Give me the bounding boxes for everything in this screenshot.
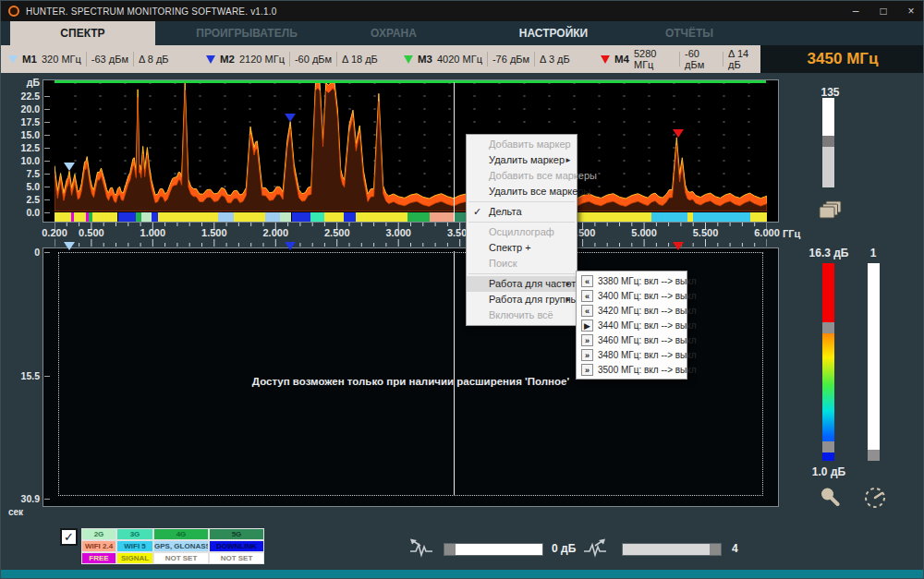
band-segment bbox=[324, 212, 344, 222]
tab-settings[interactable]: НАСТРОЙКИ bbox=[512, 21, 595, 45]
bottom-strip bbox=[1, 570, 924, 579]
legend-cell: SIGNAL bbox=[116, 552, 153, 564]
palette-scale-slider[interactable] bbox=[822, 263, 834, 461]
palette-min-handle[interactable] bbox=[822, 441, 834, 452]
legend-checkbox[interactable]: ✓ bbox=[60, 528, 78, 546]
spectrum-marker-m2[interactable] bbox=[285, 114, 296, 122]
tab-guard[interactable]: ОХРАНА bbox=[356, 21, 432, 45]
menu-item-7: Осциллограф bbox=[467, 224, 577, 240]
legend-cell: DOWNLINK bbox=[209, 540, 264, 552]
band-segment bbox=[234, 212, 265, 222]
frequency-tick-label: 6.000 bbox=[747, 227, 787, 238]
tab-reports[interactable]: ОТЧЁТЫ bbox=[655, 21, 723, 45]
frequency-tick-label: 0.500 bbox=[71, 227, 112, 238]
marker-level: -76 дБм bbox=[492, 54, 529, 65]
legend-table: 2G3G4G5GWIFI 2.4WIFI 5GPS, GLONASSDOWNLI… bbox=[81, 528, 264, 564]
spectrum-y-tick-label: 2.5 bbox=[10, 194, 40, 205]
tab-player[interactable]: ПРОИГРЫВАТЕЛЬ bbox=[182, 21, 311, 45]
gauge-icon[interactable] bbox=[861, 485, 889, 509]
frequency-readout: 3450 МГц bbox=[760, 45, 924, 73]
app-window: HUNTER. SPECTRUM MONITORING SOFTWARE. v1… bbox=[0, 0, 924, 579]
play-icon: ▶ bbox=[581, 320, 593, 332]
marker-readout-m2: M22120 МГц-60 дБмΔ 18 дБ bbox=[206, 45, 378, 73]
band-segment bbox=[430, 212, 455, 222]
maximize-button[interactable]: □ bbox=[869, 1, 897, 21]
spectrum-trace bbox=[55, 82, 767, 211]
frequency-cursor-spectrum[interactable] bbox=[454, 82, 455, 222]
limit-line bbox=[55, 80, 766, 83]
frequency-submenu: «3380 МГц: вкл --> выкл«3400 МГц: вкл --… bbox=[576, 271, 687, 380]
marker-id: M4 bbox=[614, 54, 629, 65]
band-segment bbox=[280, 212, 292, 222]
attenuation-slider[interactable] bbox=[444, 543, 543, 556]
submenu-item-0[interactable]: «3380 МГц: вкл --> выкл bbox=[577, 273, 687, 288]
marker-readout-m4: M45280 МГц-60 дБмΔ 14 дБ bbox=[601, 45, 760, 73]
menu-item-label: Добавить все маркеры bbox=[489, 170, 597, 181]
submenu-item-5[interactable]: »3480 МГц: вкл --> выкл bbox=[577, 347, 687, 362]
spectrum-marker-m4[interactable] bbox=[673, 129, 684, 138]
menu-item-label: Поиск bbox=[489, 258, 517, 269]
points-slider[interactable] bbox=[822, 98, 834, 187]
spectrum-y-tick-label: 5.0 bbox=[10, 181, 40, 192]
traces-slider[interactable] bbox=[868, 263, 880, 461]
band-segment bbox=[356, 212, 408, 222]
smoothing-slider[interactable] bbox=[622, 543, 722, 556]
waterfall-marker-m4[interactable] bbox=[673, 242, 684, 250]
palette-max-handle[interactable] bbox=[822, 322, 834, 333]
smoothing-slider-handle[interactable] bbox=[710, 544, 721, 555]
frequency-tick-label: 1.000 bbox=[132, 227, 173, 238]
menu-item-5[interactable]: ✓Дельта bbox=[467, 204, 577, 220]
marker-frequency: 5280 МГц bbox=[634, 48, 675, 70]
frequency-cursor-waterfall[interactable] bbox=[454, 251, 455, 495]
attenuation-slider-handle[interactable] bbox=[444, 544, 456, 555]
traces-slider-handle[interactable] bbox=[868, 450, 880, 461]
band-segment bbox=[651, 212, 687, 222]
menu-item-label: Удалить все маркеры bbox=[489, 186, 590, 197]
submenu-item-6[interactable]: »3500 МГц: вкл --> выкл bbox=[577, 362, 687, 377]
spectrum-y-tick-label: 0.0 bbox=[10, 207, 40, 218]
submenu-item-1[interactable]: «3400 МГц: вкл --> выкл bbox=[577, 288, 687, 303]
submenu-item-2[interactable]: «3420 МГц: вкл --> выкл bbox=[577, 303, 687, 318]
legend-cell: GPS, GLONASS bbox=[153, 540, 209, 552]
frequency-x-unit: ГГц bbox=[783, 228, 800, 239]
spectrum-marker-m1[interactable] bbox=[64, 163, 75, 171]
band-segment bbox=[407, 212, 430, 222]
band-strip bbox=[55, 212, 767, 222]
frequency-tick-label: 0.200 bbox=[34, 227, 75, 238]
submenu-item-3[interactable]: ▶3440 МГц: вкл --> выкл bbox=[577, 318, 687, 332]
band-segment bbox=[750, 212, 767, 222]
band-segment bbox=[218, 212, 234, 222]
menu-item-3[interactable]: Удалить все маркеры bbox=[467, 184, 577, 199]
toggle-icon: » bbox=[581, 364, 593, 376]
band-segment bbox=[292, 212, 311, 222]
marker-frequency: 4020 МГц bbox=[437, 54, 482, 65]
marker-frequency: 2120 МГц bbox=[239, 54, 285, 65]
submenu-item-label: 3460 МГц: вкл --> выкл bbox=[598, 335, 697, 345]
waterfall-y-tick-label: 30.9 bbox=[10, 493, 40, 504]
submenu-item-label: 3420 МГц: вкл --> выкл bbox=[598, 306, 697, 316]
submenu-item-label: 3500 МГц: вкл --> выкл bbox=[598, 365, 697, 375]
menu-separator bbox=[468, 273, 575, 274]
band-segment bbox=[265, 212, 280, 222]
magnifier-icon[interactable] bbox=[820, 487, 840, 507]
band-segment bbox=[118, 212, 137, 222]
menu-item-1[interactable]: Удалить маркер► bbox=[467, 152, 577, 168]
legend-cell: WIFI 5 bbox=[116, 540, 153, 552]
layers-icon[interactable] bbox=[818, 199, 844, 222]
legend-cell: NOT SET bbox=[209, 552, 264, 564]
menu-item-9: Поиск bbox=[467, 256, 577, 271]
waterfall-marker-m1[interactable] bbox=[64, 242, 75, 250]
submenu-item-4[interactable]: »3460 МГц: вкл --> выкл bbox=[577, 332, 687, 347]
menu-item-13: Включить всё bbox=[467, 308, 577, 323]
waterfall-marker-m2[interactable] bbox=[285, 242, 296, 250]
menu-item-8[interactable]: Спектр + bbox=[467, 240, 577, 256]
scale-max-label: 16.3 дБ bbox=[799, 247, 858, 259]
minimize-button[interactable]: – bbox=[842, 1, 869, 21]
menu-item-11[interactable]: Работа для частоты► bbox=[467, 276, 577, 292]
tab-spektr[interactable]: СПЕКТР bbox=[10, 21, 155, 45]
points-slider-handle[interactable] bbox=[822, 136, 834, 147]
waterfall-unit-label: сек bbox=[8, 507, 23, 517]
close-button[interactable]: × bbox=[897, 1, 924, 21]
marker-delta: Δ 8 дБ bbox=[139, 54, 169, 65]
menu-item-12[interactable]: Работа для группы► bbox=[467, 292, 577, 308]
